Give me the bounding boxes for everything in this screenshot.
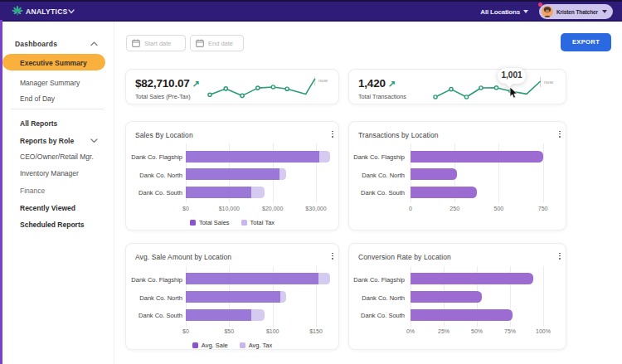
svg-text:now: now (318, 78, 328, 83)
svg-text:now: now (544, 80, 554, 85)
